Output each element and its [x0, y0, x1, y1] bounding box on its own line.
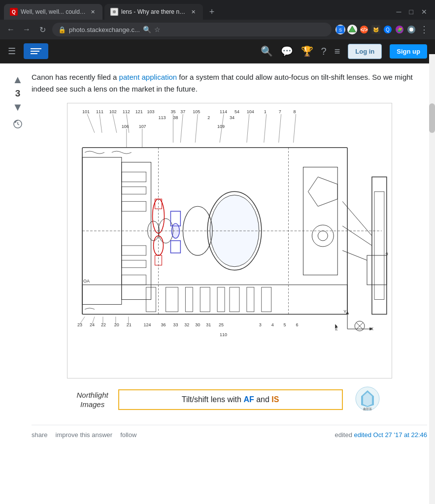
- svg-text:3: 3: [259, 322, 261, 327]
- ext-icon-5[interactable]: Q: [383, 25, 393, 34]
- hamburger-menu-icon[interactable]: ☰: [8, 46, 16, 57]
- maximize-button[interactable]: □: [409, 8, 413, 16]
- svg-text:124: 124: [143, 322, 151, 327]
- svg-line-55: [246, 114, 249, 143]
- svg-text:鑫部落: 鑫部落: [363, 407, 372, 410]
- svg-rect-72: [155, 255, 162, 265]
- login-button[interactable]: Log in: [348, 44, 382, 59]
- scrollbar-thumb[interactable]: [429, 103, 435, 133]
- new-tab-button[interactable]: +: [205, 5, 219, 19]
- svg-rect-77: [121, 187, 146, 194]
- edit-timestamp[interactable]: edited Oct 27 '17 at 22:46: [354, 431, 427, 439]
- achievements-icon[interactable]: 🏆: [301, 45, 313, 57]
- ext-icon-4[interactable]: 🐱: [371, 25, 381, 34]
- site-logo[interactable]: [24, 43, 48, 59]
- window-controls: ─ □ ✕: [397, 8, 431, 16]
- svg-text:31: 31: [206, 322, 211, 327]
- vote-column: ▲ 3 ▼: [8, 71, 28, 444]
- svg-text:54: 54: [234, 109, 239, 114]
- search-address-icon[interactable]: 🔍: [143, 26, 151, 33]
- svg-text:111: 111: [96, 109, 103, 114]
- vote-down-button[interactable]: ▼: [12, 101, 23, 114]
- svg-text:2: 2: [207, 115, 210, 120]
- reload-button[interactable]: ↻: [36, 24, 48, 35]
- signup-button[interactable]: Sign up: [390, 44, 427, 59]
- review-icon[interactable]: ≡: [335, 46, 340, 57]
- svg-rect-98: [246, 287, 254, 312]
- patent-drawing-svg: 101 111 102 112 121 103 35 37 105 114 54…: [67, 103, 392, 378]
- svg-text:121: 121: [135, 109, 142, 114]
- lock-icon: 🔒: [58, 26, 66, 33]
- follow-link[interactable]: follow: [120, 431, 136, 439]
- northlight-logo: Northlight Images: [77, 390, 108, 410]
- svg-rect-81: [121, 275, 146, 285]
- caption-is-text: IS: [271, 395, 279, 404]
- close-window-button[interactable]: ✕: [421, 8, 427, 16]
- svg-point-5: [113, 10, 116, 13]
- ext-icon-2[interactable]: [347, 25, 357, 34]
- svg-text:33: 33: [173, 322, 178, 327]
- ext-icon-1[interactable]: S: [335, 25, 345, 34]
- svg-text:114: 114: [220, 109, 227, 114]
- svg-rect-74: [170, 241, 180, 253]
- svg-text:S: S: [339, 28, 342, 32]
- svg-text:109: 109: [217, 124, 225, 129]
- ext-icon-3[interactable]: </>: [359, 25, 369, 34]
- svg-text:20: 20: [114, 322, 119, 327]
- forward-button[interactable]: →: [21, 24, 33, 35]
- help-icon[interactable]: ?: [321, 46, 327, 57]
- caption-prefix: Tilt/shift lens with: [182, 395, 244, 404]
- svg-text:22: 22: [100, 322, 105, 327]
- svg-line-88: [342, 251, 367, 260]
- svg-rect-95: [200, 287, 210, 312]
- svg-line-47: [87, 114, 95, 133]
- inbox-icon[interactable]: 💬: [281, 45, 293, 57]
- main-content: ▲ 3 ▼ Canon has recently filed a patent …: [0, 63, 435, 452]
- tab-bar: Q Well, well, well... could this b ✕ len…: [0, 0, 435, 20]
- tab2-close[interactable]: ✕: [189, 8, 197, 16]
- svg-text:113: 113: [158, 115, 166, 120]
- watermark: 鑫部落: [353, 386, 382, 413]
- svg-text:101: 101: [82, 109, 90, 114]
- search-nav-icon[interactable]: 🔍: [261, 45, 273, 57]
- ext-icon-7[interactable]: [406, 25, 416, 34]
- svg-text:6: 6: [296, 322, 298, 327]
- bookmark-icon[interactable]: ☆: [154, 26, 161, 33]
- minimize-button[interactable]: ─: [397, 8, 402, 16]
- svg-text:1: 1: [264, 109, 266, 114]
- tab1-close[interactable]: ✕: [89, 8, 97, 16]
- svg-text:</>: </>: [361, 27, 368, 32]
- svg-text:9: 9: [385, 252, 388, 256]
- address-text[interactable]: photo.stackexchange.c...: [69, 26, 140, 33]
- svg-text:34: 34: [230, 115, 234, 120]
- svg-text:103: 103: [147, 109, 154, 114]
- back-button[interactable]: ←: [5, 24, 17, 35]
- svg-rect-99: [261, 287, 271, 312]
- tab-2[interactable]: lens - Why are there no auto ✕: [104, 4, 203, 20]
- svg-line-53: [195, 114, 198, 143]
- patent-link[interactable]: patent application: [119, 73, 177, 81]
- browser-chrome: Q Well, well, well... could this b ✕ len…: [0, 0, 435, 39]
- svg-rect-94: [185, 287, 193, 312]
- improve-link[interactable]: improve this answer: [56, 431, 113, 439]
- svg-text:112: 112: [122, 109, 130, 114]
- svg-text:110: 110: [220, 332, 227, 337]
- svg-point-18: [409, 28, 413, 32]
- share-link[interactable]: share: [32, 431, 48, 439]
- tab-1[interactable]: Q Well, well, well... could this b ✕: [4, 4, 102, 20]
- vote-up-button[interactable]: ▲: [12, 73, 23, 86]
- svg-marker-83: [308, 177, 337, 206]
- svg-rect-96: [217, 287, 225, 312]
- svg-text:21: 21: [126, 322, 131, 327]
- patent-image-container: 101 111 102 112 121 103 35 37 105 114 54…: [32, 103, 427, 417]
- svg-rect-79: [121, 246, 146, 255]
- history-icon[interactable]: [13, 120, 22, 130]
- more-options-button[interactable]: ⋮: [418, 24, 430, 35]
- scrollbar[interactable]: [429, 54, 435, 452]
- svg-rect-104: [367, 255, 387, 285]
- address-action-icons: 🔍 ☆: [143, 26, 161, 33]
- svg-rect-78: [121, 201, 146, 211]
- svg-text:🐱: 🐱: [373, 27, 379, 33]
- svg-rect-80: [121, 260, 146, 268]
- ext-icon-6[interactable]: 🧩: [395, 25, 404, 34]
